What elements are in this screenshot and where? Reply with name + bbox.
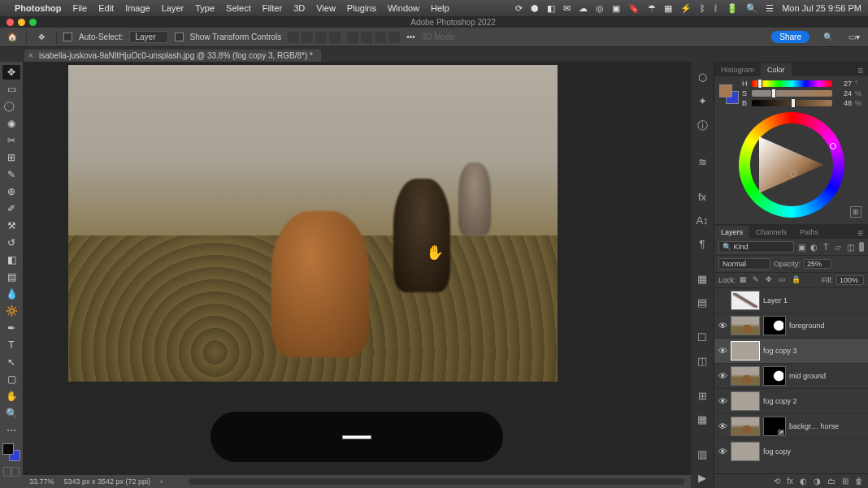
- type-tool[interactable]: T: [2, 338, 20, 352]
- layer-visibility-toggle[interactable]: 👁: [718, 396, 727, 406]
- bluetooth-icon[interactable]: ᛒ: [700, 3, 705, 13]
- menu-help[interactable]: Help: [431, 3, 449, 13]
- lock-all-icon[interactable]: 🔒: [792, 275, 801, 285]
- show-transform-checkbox[interactable]: [175, 32, 184, 41]
- menu-select[interactable]: Select: [226, 3, 251, 13]
- status-icon[interactable]: ◎: [596, 3, 604, 14]
- move-tool[interactable]: ✥: [2, 65, 20, 80]
- filter-toggle[interactable]: [859, 242, 864, 252]
- horizontal-scrollbar[interactable]: [189, 478, 684, 485]
- canvas-viewport[interactable]: ✋: [23, 62, 691, 475]
- align-left-button[interactable]: [288, 32, 299, 43]
- layer-style-button[interactable]: fx: [787, 477, 793, 486]
- filter-shape-icon[interactable]: ▱: [833, 242, 843, 252]
- path-tool[interactable]: ↖: [2, 355, 20, 369]
- menu-filter[interactable]: Filter: [263, 3, 282, 13]
- brush-tool[interactable]: ✐: [2, 201, 20, 216]
- panel-icon[interactable]: ▥: [695, 448, 710, 460]
- layer-visibility-toggle[interactable]: 👁: [718, 421, 727, 431]
- marquee-tool[interactable]: ▭: [2, 82, 20, 97]
- panel-icon[interactable]: A↕: [695, 214, 710, 227]
- home-button[interactable]: 🏠: [5, 30, 20, 45]
- layer-row[interactable]: 👁fog copy: [714, 439, 868, 464]
- gradient-tool[interactable]: ▤: [2, 270, 20, 284]
- panel-menu-button[interactable]: ≡: [853, 227, 868, 239]
- layer-name[interactable]: fog copy: [763, 447, 865, 456]
- layer-mask-thumbnail[interactable]: [763, 366, 786, 386]
- status-icon[interactable]: ☁: [579, 3, 588, 14]
- adjustment-layer-button[interactable]: ◑: [814, 477, 821, 486]
- panel-menu-button[interactable]: ≡: [853, 65, 868, 76]
- eraser-tool[interactable]: ◧: [2, 253, 20, 267]
- layer-name[interactable]: foreground: [789, 322, 865, 330]
- link-layers-button[interactable]: ⟲: [774, 477, 780, 486]
- group-button[interactable]: 🗀: [827, 477, 835, 486]
- layer-row[interactable]: Layer 1: [714, 288, 868, 313]
- menu-app[interactable]: Photoshop: [15, 3, 61, 13]
- layer-row[interactable]: 👁fog copy 3: [714, 339, 868, 364]
- bri-value[interactable]: 48: [835, 99, 852, 107]
- tab-paths[interactable]: Paths: [793, 226, 825, 239]
- layer-row[interactable]: 👁mid ground: [714, 364, 868, 389]
- status-icon[interactable]: ▦: [664, 3, 672, 14]
- lock-transparency-icon[interactable]: ▦: [740, 275, 749, 285]
- panel-icon[interactable]: ⓘ: [695, 119, 710, 133]
- layer-name[interactable]: fog copy 3: [763, 347, 865, 355]
- dodge-tool[interactable]: 🔆: [2, 304, 20, 318]
- selection-tool[interactable]: ◉: [2, 116, 20, 131]
- panel-icon[interactable]: ▶: [695, 472, 710, 484]
- auto-select-target-dropdown[interactable]: Layer: [129, 31, 167, 43]
- search-icon[interactable]: 🔍: [746, 3, 757, 14]
- status-dimensions[interactable]: 5343 px x 3542 px (72 ppi): [64, 477, 151, 486]
- panel-icon[interactable]: ¶: [695, 238, 710, 250]
- layer-visibility-toggle[interactable]: 👁: [718, 371, 727, 381]
- auto-select-checkbox[interactable]: [63, 32, 72, 41]
- layer-row[interactable]: 👁fog copy 2: [714, 389, 868, 414]
- triangle-cursor[interactable]: [790, 171, 796, 177]
- blend-mode-dropdown[interactable]: Normal: [718, 258, 770, 270]
- edit-toolbar[interactable]: ⋯: [2, 423, 20, 438]
- window-close-button[interactable]: [7, 19, 14, 26]
- tab-color[interactable]: Color: [761, 63, 792, 76]
- distribute-button[interactable]: [361, 32, 372, 43]
- color-swatches[interactable]: [719, 84, 739, 104]
- opacity-input[interactable]: 25%: [804, 259, 831, 269]
- hue-slider[interactable]: [752, 80, 832, 87]
- align-right-button[interactable]: [315, 32, 327, 43]
- filter-pixel-icon[interactable]: ▣: [796, 242, 806, 252]
- layer-thumbnail[interactable]: [731, 316, 760, 335]
- menu-view[interactable]: View: [316, 3, 336, 13]
- layer-name[interactable]: mid ground: [789, 372, 865, 380]
- layer-thumbnail[interactable]: [731, 341, 760, 361]
- crop-tool[interactable]: ✂: [2, 133, 20, 148]
- panel-icon[interactable]: ◫: [695, 355, 710, 367]
- tab-histogram[interactable]: Histogram: [714, 63, 761, 76]
- control-center-icon[interactable]: ☰: [766, 3, 774, 14]
- touchbar-control[interactable]: [342, 435, 371, 439]
- layer-filter-kind-dropdown[interactable]: 🔍 Kind: [718, 241, 794, 253]
- filter-smart-icon[interactable]: ◫: [845, 242, 855, 252]
- window-minimize-button[interactable]: [18, 19, 25, 26]
- panel-icon[interactable]: ⊞: [695, 390, 710, 402]
- tab-channels[interactable]: Channels: [749, 226, 793, 239]
- panel-icon[interactable]: ▦: [695, 413, 710, 425]
- layer-thumbnail[interactable]: [731, 291, 760, 310]
- layer-visibility-toggle[interactable]: 👁: [718, 447, 727, 456]
- layer-thumbnail[interactable]: [731, 417, 760, 436]
- menu-edit[interactable]: Edit: [98, 3, 114, 13]
- layer-thumbnail[interactable]: [731, 391, 760, 411]
- panel-icon[interactable]: ✦: [695, 95, 710, 107]
- delete-layer-button[interactable]: 🗑: [855, 477, 863, 486]
- workspace-switcher[interactable]: ▭▾: [845, 30, 863, 45]
- distribute-button[interactable]: [388, 32, 400, 43]
- status-icon[interactable]: ✉: [563, 3, 571, 14]
- panel-icon[interactable]: ▦: [695, 273, 710, 285]
- more-options-button[interactable]: •••: [406, 32, 415, 41]
- foreground-background-colors[interactable]: [2, 443, 20, 461]
- layer-name[interactable]: backgr… horse: [789, 422, 865, 430]
- layer-row[interactable]: 👁backgr… horse: [714, 414, 868, 439]
- panel-icon[interactable]: ☐: [695, 331, 710, 343]
- quickmask-screenmode[interactable]: [3, 467, 20, 477]
- search-button[interactable]: 🔍: [821, 30, 835, 45]
- blur-tool[interactable]: 💧: [2, 287, 20, 301]
